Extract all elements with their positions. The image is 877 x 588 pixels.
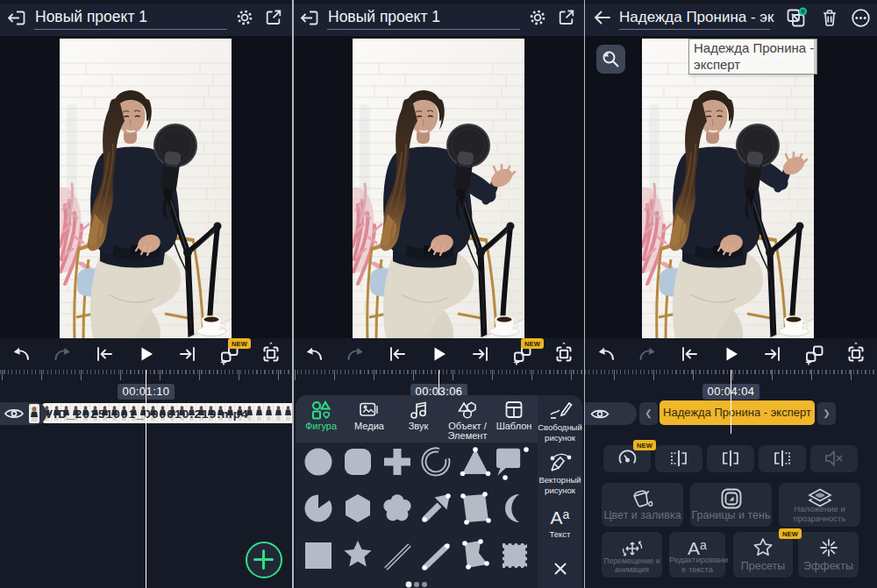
svg-text:VID_20251001_000610.219.mp4: VID_20251001_000610.219.mp4: [45, 407, 249, 421]
